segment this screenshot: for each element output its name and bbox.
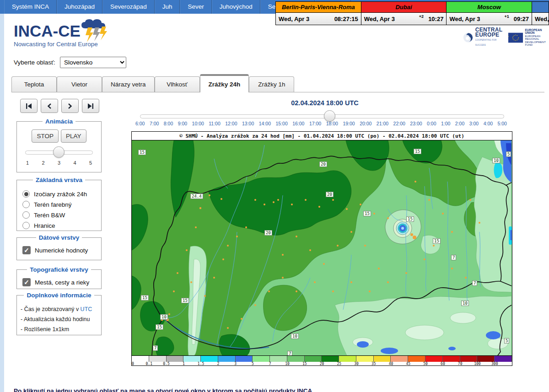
utc-link[interactable]: UTC	[81, 306, 92, 312]
color-scale-label-30: 30	[354, 362, 359, 366]
cities-roads-rivers-checkbox-row[interactable]: ✓ Mestá, cesty a rieky	[22, 278, 97, 286]
clock-zone-time: Wed,	[532, 13, 549, 25]
color-scale: 00.10.511.523571015202530354045506070100…	[132, 355, 512, 365]
clock-zone-name: Dubai	[361, 1, 447, 13]
nav-item-juh[interactable]: Juh	[155, 0, 180, 14]
radio-icon[interactable]	[22, 211, 30, 219]
info-legend: Doplnkové informácie	[24, 292, 94, 299]
tick-22-00: 22:00	[393, 121, 405, 126]
tab-vlhkos[interactable]: Vlhkosť	[155, 76, 200, 92]
color-scale-label-0.1: 0.1	[146, 362, 152, 366]
tick-10-00: 10:00	[192, 121, 204, 126]
color-scale-segment-50	[425, 356, 443, 362]
logo-subtitle: Nowcasting for Central Europe	[14, 41, 133, 48]
color-scale-segment-25	[339, 356, 356, 362]
tick-16-00: 16:00	[292, 121, 304, 126]
left-margin-strip	[0, 14, 4, 392]
nav-item-juhoz-pad[interactable]: Juhozápad	[57, 0, 102, 14]
color-scale-segment-60	[443, 356, 460, 362]
logo-title: INCA-CE	[14, 22, 133, 40]
prev-frame-button[interactable]	[41, 99, 58, 113]
clock-date: Wed, Apr 3	[449, 16, 480, 22]
color-scale-label-50: 50	[423, 362, 428, 366]
tick-12-00: 12:00	[225, 121, 237, 126]
tick-7-00: 7:00	[150, 121, 159, 126]
checkbox-checked-icon[interactable]: ✓	[22, 246, 31, 254]
tick-14-00: 14:00	[259, 121, 271, 126]
tab-n-razy-vetra[interactable]: Nárazy vetra	[102, 76, 155, 92]
color-scale-label-20: 20	[320, 362, 324, 366]
map-title: © SHMÚ - Analýza zrážok za 24 hod [mm] -…	[132, 132, 512, 140]
tab-teplota[interactable]: Teplota	[11, 76, 57, 92]
color-scale-segment-35	[374, 356, 391, 362]
radio-ter-n-farebn[interactable]: Terén farebný	[22, 201, 97, 208]
precipitation-map[interactable]: 1520152024.42015151510515151071075107157	[132, 140, 512, 355]
time-slider-track[interactable]	[140, 114, 504, 118]
tab-zr-ky-1h[interactable]: Zrážky 1h	[249, 76, 294, 92]
color-scale-label-10: 10	[285, 362, 290, 366]
clock-date: Wed, Apr 3	[279, 16, 309, 22]
nav-item-syst-m-inca[interactable]: Systém INCA	[4, 0, 57, 14]
color-scale-segment-0	[132, 356, 149, 362]
checkbox-checked-icon[interactable]: ✓	[22, 278, 31, 286]
tick-1-00: 1:00	[441, 121, 450, 126]
color-scale-label-60: 60	[441, 362, 445, 366]
time-slider-handle[interactable]	[324, 110, 335, 122]
numeric-values-label: Numerické hodnoty	[35, 247, 88, 254]
nav-item-sever[interactable]: Sever	[180, 0, 211, 14]
animation-speed-slider[interactable]	[25, 146, 93, 158]
region-select[interactable]: Slovensko	[60, 57, 126, 68]
ce-tagline: COOPERATING FOR SUCCESS	[475, 38, 504, 48]
radio-ter-n-b-w[interactable]: Terén B&W	[22, 211, 97, 219]
color-scale-label-15: 15	[302, 362, 307, 366]
color-scale-segment-45	[408, 356, 425, 362]
data-layers-legend: Dátové vrstvy	[36, 234, 82, 241]
speed-label-4: 4	[73, 160, 76, 166]
stop-button[interactable]: STOP	[32, 129, 59, 143]
tick-20-00: 20:00	[360, 121, 371, 126]
color-scale-label-0.5: 0.5	[163, 362, 169, 366]
tab-vietor[interactable]: Vietor	[57, 76, 102, 92]
clock-utc-offset: +2	[419, 14, 424, 19]
radio-hranice[interactable]: Hranice	[22, 222, 97, 229]
nav-item-severoz-pad[interactable]: Severozápad	[102, 0, 155, 14]
animation-panel: Animácia STOP PLAY 12345	[16, 118, 102, 172]
tick-4-00: 4:00	[484, 121, 493, 126]
tick-5-00: 5:00	[498, 121, 507, 126]
next-frame-button[interactable]	[61, 99, 79, 113]
clock-zone-dubai: DubaiWed, Apr 3+210:27	[361, 1, 447, 25]
eu-line3: DEVELOPMENT FUND	[525, 41, 549, 47]
color-scale-label-40: 40	[389, 362, 393, 366]
color-scale-segment-5	[253, 356, 270, 362]
radio-selected-icon[interactable]	[22, 190, 30, 198]
tab-zr-ky-24h[interactable]: Zrážky 24h	[200, 74, 249, 92]
clock-time-value: 08:27:15	[334, 16, 358, 22]
radio-izo-iary-zr-ok-24h[interactable]: Izočiary zrážok 24h	[22, 190, 97, 198]
play-button[interactable]: PLAY	[61, 129, 86, 143]
color-scale-label-45: 45	[406, 362, 411, 366]
color-scale-label-1: 1	[183, 362, 185, 366]
radio-icon[interactable]	[22, 201, 30, 208]
clock-date: Wed,	[535, 16, 549, 22]
animation-legend: Animácia	[43, 118, 75, 125]
nav-item-juhov-chod[interactable]: Juhovýchod	[212, 0, 260, 14]
first-frame-button[interactable]	[20, 99, 38, 113]
info-panel: Doplnkové informácie - Čas je zobrazovan…	[16, 292, 102, 335]
speed-label-1: 1	[26, 160, 29, 166]
clock-zone-time: Wed, Apr 3+210:27	[361, 13, 447, 25]
eu-logo: EUROPEAN UNION EUROPEAN REGIONAL DEVELOP…	[508, 29, 549, 47]
central-europe-swirl-icon	[463, 32, 474, 43]
tab-strip: TeplotaVietorNárazy vetraVlhkosťZrážky 2…	[11, 74, 544, 92]
last-frame-button[interactable]	[82, 99, 99, 113]
cities-roads-rivers-label: Mestá, cesty a rieky	[35, 279, 89, 286]
color-scale-label-1.5: 1.5	[198, 362, 204, 366]
precipitation-map-canvas[interactable]	[132, 140, 512, 355]
radio-icon[interactable]	[22, 222, 30, 229]
numeric-values-checkbox-row[interactable]: ✓ Numerické hodnoty	[22, 246, 97, 254]
color-scale-segment-15	[305, 356, 322, 362]
speed-label-2: 2	[42, 160, 44, 166]
color-scale-segment-2	[218, 356, 236, 362]
color-scale-label-5: 5	[252, 362, 254, 366]
speed-slider-handle[interactable]	[53, 146, 65, 158]
speed-scale: 12345	[26, 160, 92, 166]
